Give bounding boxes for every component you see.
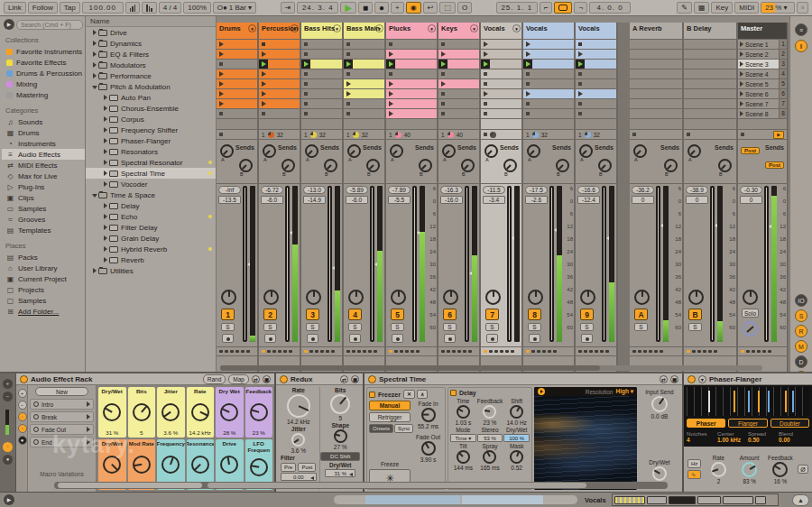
clip-play-icon[interactable] (389, 91, 393, 97)
master-track-header[interactable]: Master (738, 23, 787, 40)
variation-fade-out[interactable]: Fade Out (30, 424, 94, 435)
tree-item-reverb[interactable]: Reverb (86, 254, 216, 265)
clip-slot-empty[interactable] (438, 89, 479, 99)
scene-4[interactable]: Scene 4 4 (738, 69, 787, 79)
track-header-menu-icon[interactable]: ▾ (375, 24, 383, 32)
send-a-knob[interactable] (442, 144, 456, 158)
macro-value[interactable]: 3.6 % (163, 429, 178, 436)
minimap-device-2[interactable] (697, 496, 721, 504)
clip-playing[interactable] (576, 60, 616, 69)
crossfader-assign[interactable] (743, 321, 758, 336)
master-play-icon[interactable]: ▶ (773, 131, 784, 139)
clip-play-icon[interactable] (346, 91, 351, 97)
volume-field[interactable]: -5.5 (388, 196, 411, 204)
solo-button[interactable]: S (306, 323, 319, 331)
clip-play-icon[interactable] (219, 41, 224, 47)
clip-play-icon[interactable] (219, 51, 224, 57)
tree-item-eq-filters[interactable]: EQ & Filters (86, 49, 216, 60)
clip-slot-empty[interactable] (523, 69, 574, 79)
track-header-bass-main[interactable]: Bass Main▾ (344, 23, 384, 40)
tree-item-hybrid-reverb[interactable]: Hybrid Reverb (86, 244, 216, 254)
track-header-menu-icon[interactable]: ▾ (470, 24, 478, 32)
punch-in-icon[interactable]: ⌐ (540, 2, 553, 14)
tree-item-dynamics[interactable]: Dynamics (86, 38, 216, 49)
clip[interactable] (259, 69, 300, 79)
category-midi-effects[interactable]: ⇄ MIDI Effects (2, 160, 85, 171)
tree-item-filter-delay[interactable]: Filter Delay (86, 222, 216, 233)
hide-device-view-button[interactable]: ▲ (792, 494, 809, 506)
track-header-percussion[interactable]: Percussion▾ (259, 23, 300, 40)
tree-item-spectral-time[interactable]: Spectral Time (86, 168, 216, 179)
expand-arrow-icon[interactable] (91, 267, 98, 275)
clip-slot-empty[interactable] (301, 99, 342, 109)
send-b-knob[interactable] (598, 159, 612, 172)
phaser-feedback-value[interactable]: 16 % (774, 478, 787, 484)
time-value[interactable]: 1.03 s (450, 419, 476, 426)
track-stop-icon[interactable] (687, 133, 690, 136)
clip-playing[interactable] (344, 60, 384, 69)
tree-item-spectral-resonator[interactable]: Spectral Resonator (86, 157, 216, 168)
clip-stop-icon[interactable] (578, 42, 582, 46)
volume-field[interactable]: 0 (686, 196, 708, 204)
clip-slot-empty[interactable] (344, 40, 384, 50)
tilt-knob[interactable] (457, 450, 470, 464)
category-instruments[interactable]: ◔ Instruments (2, 138, 85, 149)
clip-play-icon[interactable] (389, 81, 393, 87)
scene-launch-icon[interactable] (740, 91, 743, 97)
clip-play-icon[interactable] (219, 71, 224, 77)
phaser-rate-value[interactable]: 2 (717, 478, 721, 484)
clip-slot-empty[interactable] (481, 79, 521, 89)
minimap-device[interactable] (647, 496, 667, 504)
clip-play-icon[interactable] (219, 101, 224, 106)
new-variation-button[interactable]: New (35, 387, 88, 396)
send-b-knob[interactable] (503, 159, 517, 172)
tree-item-echo[interactable]: Echo (86, 211, 216, 222)
send-a-knob[interactable] (305, 144, 318, 158)
tap-tempo-button[interactable]: Tap (60, 2, 80, 14)
track-header-menu-icon[interactable]: ▾ (333, 24, 341, 32)
clip-play-icon[interactable] (526, 91, 531, 97)
clip-slot-empty[interactable] (301, 50, 342, 60)
clip[interactable] (386, 50, 437, 60)
send-a-knob[interactable] (263, 144, 276, 158)
automation-arm-button[interactable]: ◉ (406, 2, 421, 14)
minimap-rack[interactable] (614, 496, 645, 504)
input-send-value[interactable]: 0.0 dB (651, 413, 669, 419)
track-header-menu-icon[interactable]: ▾ (512, 24, 521, 32)
rack-save-icon[interactable]: ▣ (263, 375, 271, 383)
expand-arrow-icon[interactable] (102, 94, 109, 102)
collection-favorite-effects[interactable]: Favorite Effects (2, 57, 85, 68)
tilt-value[interactable]: 144 ms (450, 465, 476, 471)
volume-field[interactable]: -12.4 (577, 196, 600, 204)
feedback-value[interactable]: 23 % (477, 419, 503, 426)
stop-button[interactable]: ■ (358, 2, 373, 14)
mode-doubler-button[interactable]: Doubler (770, 419, 809, 428)
spray-value[interactable]: 165 ms (477, 465, 503, 471)
send-a-knob[interactable] (390, 144, 403, 158)
arm-button[interactable] (264, 334, 276, 343)
send-a-knob[interactable] (220, 144, 234, 158)
track-stop-icon[interactable] (484, 133, 487, 136)
clip[interactable] (523, 50, 574, 60)
expand-arrow-icon[interactable] (102, 180, 109, 189)
clip-slot-empty[interactable] (386, 40, 437, 50)
peak-level-value[interactable]: -11.5 (483, 186, 505, 194)
clip-playing[interactable] (438, 60, 479, 69)
clip-play-icon[interactable] (484, 91, 488, 97)
clip[interactable] (481, 89, 521, 99)
redux-filter-pre-button[interactable]: Pre (281, 463, 296, 472)
volume-fader[interactable] (710, 186, 715, 342)
device-strip-button[interactable]: + (3, 379, 13, 389)
clip-slot-empty[interactable] (481, 99, 521, 109)
track-activator-7[interactable]: 7 (485, 309, 499, 320)
pan-knob[interactable] (743, 290, 758, 305)
freezer-shape-icon[interactable]: ∧ (417, 390, 428, 399)
arm-button[interactable] (529, 334, 540, 343)
clip-playing-icon[interactable] (526, 61, 531, 67)
time-knob[interactable] (457, 405, 470, 419)
redux-save-icon[interactable]: ▣ (351, 375, 359, 383)
clip-play-icon[interactable] (262, 71, 266, 77)
macro-value[interactable]: 5 (140, 429, 143, 436)
freezer-enable-checkbox[interactable] (369, 392, 375, 398)
send-b-knob[interactable] (664, 159, 678, 172)
